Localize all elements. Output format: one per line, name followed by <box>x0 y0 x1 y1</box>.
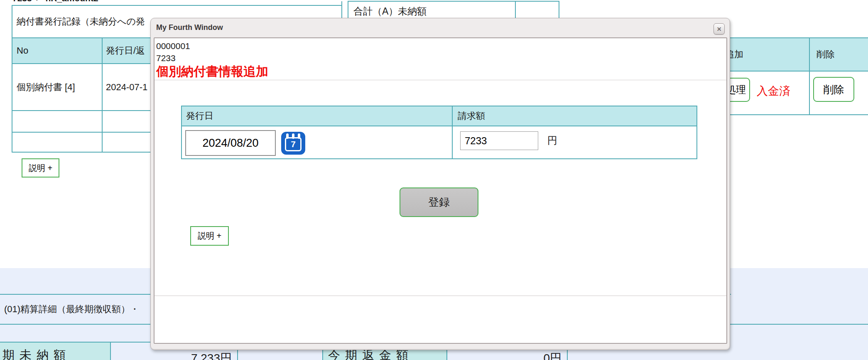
debug-text: 7233 ← hR_amount2 <box>12 0 98 3</box>
yen-unit-label: 円 <box>547 134 557 147</box>
records-table-caption: 納付書発行記録（未納分への発 <box>17 6 145 37</box>
paid-status-label: 入金済 <box>757 84 790 99</box>
table-border <box>102 37 103 152</box>
page: 7233 ← hR_amount2 合計（A）未納額 納付書発行記録（未納分への… <box>0 0 868 360</box>
record-id-text: 0000001 <box>156 41 190 51</box>
current-unpaid-value: 7,233円 <box>125 350 232 360</box>
table-border <box>723 37 868 38</box>
column-header-amount: 請求額 <box>458 106 485 126</box>
cell-issue-date: 2024-07-1 <box>106 64 147 110</box>
total-table-border <box>559 1 559 18</box>
table-border <box>723 71 868 72</box>
modal-heading: 個別納付書情報追加 <box>156 63 268 80</box>
total-table-border <box>348 1 348 18</box>
modal-window: My Fourth Window ✕ 0000001 7233 個別納付書情報追… <box>150 18 730 350</box>
help-button[interactable]: 説明 + <box>22 158 59 178</box>
column-header-no: No <box>17 38 28 63</box>
total-unpaid-header: 合計（A）未納額 <box>353 5 427 18</box>
column-header-issue-date: 発行日/返 <box>106 38 145 63</box>
form-header-row <box>182 106 696 126</box>
column-header-issue-date: 発行日 <box>186 106 213 126</box>
cell-payment-slip: 個別納付書 [4] <box>17 64 75 110</box>
modal-title: My Fourth Window <box>156 23 223 32</box>
total-table-border <box>515 1 516 18</box>
settlement-section-title: (01)精算詳細（最終期徴収額）・ <box>4 303 139 316</box>
close-icon[interactable]: ✕ <box>714 23 725 35</box>
table-border <box>723 114 868 115</box>
right-header-row <box>723 38 868 71</box>
total-table-top-border <box>348 1 559 2</box>
modal-help-button[interactable]: 説明 + <box>190 226 229 246</box>
table-border <box>809 37 810 115</box>
summary-table-border <box>110 343 111 360</box>
heading-underline <box>154 80 726 80</box>
payment-form-table: 発行日 請求額 7 円 <box>181 106 697 159</box>
column-header-delete: 削除 <box>817 38 835 71</box>
record-amount-text: 7233 <box>156 53 176 63</box>
register-button[interactable]: 登録 <box>400 187 478 217</box>
form-table-border <box>452 106 453 158</box>
calendar-day-number: 7 <box>285 137 302 151</box>
issue-date-input[interactable] <box>185 130 276 156</box>
current-refund-value: 0円 <box>457 350 562 360</box>
modal-content-panel: 0000001 7233 個別納付書情報追加 発行日 請求額 7 円 <box>154 37 727 344</box>
current-unpaid-label: 今期未納額 <box>0 347 71 360</box>
delete-button[interactable]: 削除 <box>813 77 854 102</box>
calendar-icon[interactable]: 7 <box>281 132 305 155</box>
content-divider <box>154 296 726 296</box>
amount-input[interactable] <box>460 131 538 150</box>
